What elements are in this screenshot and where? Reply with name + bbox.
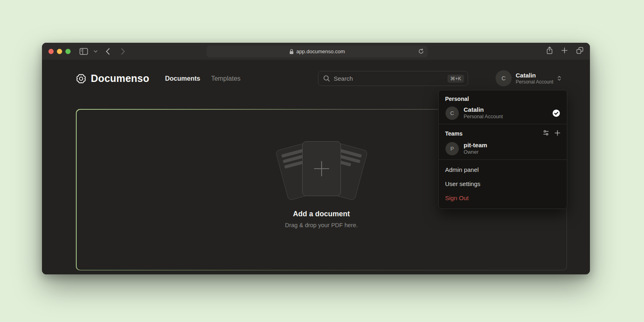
url-text: app.documenso.com — [296, 48, 345, 54]
chevrons-up-down-icon — [556, 75, 562, 82]
search-input[interactable]: Search ⌘+K — [318, 71, 468, 86]
search-shortcut-badge: ⌘+K — [447, 75, 464, 83]
menu-teams-label: Teams — [445, 130, 462, 137]
add-document-card — [302, 141, 341, 196]
menu-personal-label: Personal — [445, 96, 560, 102]
account-menu: Personal C Catalin Personal Account — [438, 90, 567, 209]
tab-overview-icon[interactable] — [576, 47, 583, 56]
team-name: pit-team — [464, 142, 487, 149]
dropzone-title: Add a document — [293, 210, 350, 218]
reload-icon[interactable] — [418, 48, 424, 56]
personal-account-text: Catalin Personal Account — [464, 106, 503, 120]
app-content: Documenso Documents Templates Search ⌘+K… — [42, 60, 590, 274]
share-icon[interactable] — [546, 46, 553, 56]
documenso-logo-icon — [75, 73, 87, 84]
window-controls — [48, 49, 71, 54]
documenso-brand[interactable]: Documenso — [75, 73, 149, 84]
chevron-down-icon[interactable] — [94, 43, 98, 60]
menu-item-personal-account[interactable]: C Catalin Personal Account — [445, 106, 560, 120]
account-name: Catalin — [516, 72, 553, 79]
padlock-icon — [289, 49, 294, 54]
new-tab-plus-icon[interactable] — [561, 47, 568, 55]
browser-titlebar: app.documenso.com — [42, 43, 590, 60]
back-button-icon[interactable] — [106, 43, 110, 60]
address-bar[interactable]: app.documenso.com — [207, 46, 428, 57]
close-window-button[interactable] — [48, 49, 54, 54]
sidebar-toggle-icon[interactable] — [79, 43, 88, 60]
account-chip-text: Catalin Personal Account — [516, 72, 553, 85]
minimize-window-button[interactable] — [57, 49, 62, 54]
document-stack-illustration — [273, 141, 370, 202]
add-team-icon[interactable] — [554, 130, 560, 138]
selected-check-icon — [552, 109, 560, 117]
account-avatar: C — [496, 70, 512, 86]
nav-documents[interactable]: Documents — [165, 75, 200, 82]
team-avatar: P — [445, 142, 459, 155]
menu-item-team-pit-team[interactable]: P pit-team Owner — [445, 142, 560, 155]
browser-window: app.documenso.com — [42, 43, 590, 274]
team-preferences-icon[interactable] — [543, 130, 549, 138]
menu-item-user-settings[interactable]: User settings — [439, 177, 567, 191]
titlebar-right-actions — [546, 43, 583, 60]
personal-account-avatar: C — [445, 107, 459, 120]
search-icon — [323, 75, 330, 82]
desktop-background: app.documenso.com — [0, 0, 644, 322]
menu-item-admin-panel[interactable]: Admin panel — [439, 163, 567, 177]
plus-icon — [313, 160, 330, 177]
personal-account-name: Catalin — [464, 106, 503, 113]
menu-action-list: Admin panel User settings Sign Out — [439, 160, 567, 209]
search-placeholder: Search — [334, 75, 353, 82]
account-subtitle: Personal Account — [516, 79, 553, 85]
team-text: pit-team Owner — [464, 142, 487, 155]
nav-templates[interactable]: Templates — [211, 75, 240, 82]
menu-teams-section: Teams — [439, 124, 567, 159]
dropzone-subtitle: Drag & drop your PDF here. — [285, 222, 358, 228]
brand-wordmark: Documenso — [91, 73, 149, 84]
forward-button-icon — [121, 43, 125, 60]
menu-item-sign-out[interactable]: Sign Out — [439, 191, 567, 205]
account-menu-trigger[interactable]: C Catalin Personal Account — [496, 70, 562, 86]
menu-personal-section: Personal C Catalin Personal Account — [439, 90, 567, 124]
zoom-window-button[interactable] — [65, 49, 71, 54]
primary-nav: Documents Templates — [165, 60, 240, 98]
personal-account-subtitle: Personal Account — [464, 113, 503, 120]
team-role: Owner — [464, 149, 487, 155]
